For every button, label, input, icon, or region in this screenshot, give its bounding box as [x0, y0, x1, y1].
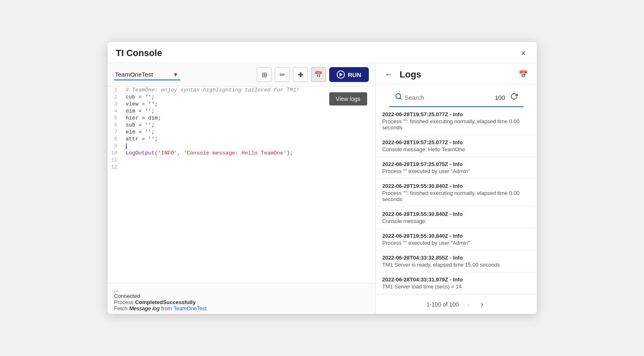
left-panel: TeamOneTest ▼ ⊞ ✏ ✚ 📅	[108, 63, 376, 314]
code-line-10: 10 LogOutput('INFO', 'Console message: H…	[108, 150, 375, 157]
status-fetch-process-link[interactable]: TeamOneTest	[174, 305, 207, 312]
svg-line-1	[400, 98, 401, 99]
line-number: 2	[108, 94, 123, 101]
code-editor[interactable]: View logs 1 # TeamOne: enjoy syntax high…	[108, 87, 375, 283]
pagination-text: 1-100 of 100	[427, 301, 459, 308]
search-container: 100	[376, 84, 537, 107]
code-line-4: 4 dim = '';	[108, 108, 375, 115]
play-triangle-icon	[340, 73, 343, 77]
line-number: 4	[108, 108, 123, 115]
run-button[interactable]: RUN	[329, 67, 369, 82]
log-timestamp: 2022-06-28T19:57:25.077Z - Info	[382, 139, 530, 145]
log-timestamp: 2022-06-28T04:33:32.855Z - Info	[382, 255, 530, 261]
status-ellipsis: ...	[114, 287, 369, 293]
process-select[interactable]: TeamOneTest	[114, 69, 180, 80]
status-fetch-row: Fetch Message log from TeamOneTest	[114, 305, 369, 312]
search-count: 100	[495, 94, 505, 101]
line-content: sub = '';	[123, 122, 375, 129]
status-process-value: CompletedSuccessfully	[135, 299, 196, 305]
log-entry: 2022-06-28T04:33:31.979Z - Info TM1 Serv…	[376, 272, 537, 294]
calendar-icon: 📅	[314, 71, 323, 79]
line-content: hier = dim;	[123, 115, 375, 122]
log-message: Process "": finished executing normally,…	[382, 190, 530, 202]
code-line-6: 6 sub = '';	[108, 122, 375, 129]
log-timestamp: 2022-06-28T19:55:30.840Z - Info	[382, 183, 530, 189]
log-timestamp: 2022-06-28T19:55:30.840Z - Info	[382, 211, 530, 217]
log-entry: 2022-06-28T19:55:30.840Z - Info Console …	[376, 207, 537, 229]
line-number: 11	[108, 157, 123, 164]
line-content: dim = '';	[123, 108, 375, 115]
edit-button[interactable]: ✏	[275, 67, 290, 82]
status-process-label: Process	[114, 299, 134, 305]
log-entry: 2022-06-28T19:57:25.075Z - Info Process …	[376, 157, 537, 179]
log-timestamp: 2022-06-28T04:33:31.979Z - Info	[382, 276, 530, 283]
line-number: 8	[108, 136, 123, 143]
line-number: 3	[108, 101, 123, 108]
ti-console-window: TI Console × TeamOneTest ▼ ⊞ ✏ ✚	[108, 42, 537, 314]
line-content: elm = '';	[123, 129, 375, 136]
logs-title: Logs	[400, 69, 512, 80]
window-title: TI Console	[116, 48, 162, 59]
log-entry: 2022-06-28T19:55:30.840Z - Info Process …	[376, 179, 537, 207]
code-line-7: 7 elm = '';	[108, 129, 375, 136]
code-line-11: 11	[108, 157, 375, 164]
log-message: TM1 Server load time (secs) = 14	[382, 283, 530, 290]
code-line-9: 9	[108, 143, 375, 150]
refresh-button[interactable]	[510, 93, 518, 102]
pagination-next-button[interactable]: ›	[478, 299, 486, 310]
add-button[interactable]: ✚	[293, 67, 308, 82]
log-message: TM1 Server is ready, elapsed time 15.00 …	[382, 262, 530, 268]
status-fetch-from: from	[161, 305, 172, 312]
line-number: 1	[108, 87, 123, 94]
log-message: Process "" executed by user "Admin"	[382, 168, 530, 174]
line-number: 6	[108, 122, 123, 129]
status-fetch-label: Fetch	[114, 305, 128, 312]
line-content: LogOutput('INFO', 'Console message: Hell…	[123, 150, 375, 157]
line-content	[123, 157, 375, 164]
line-number: 9	[108, 143, 123, 150]
log-message: Console message: Hello TeamOne	[382, 146, 530, 152]
log-list: 2022-06-28T19:57:25.077Z - Info Process …	[376, 107, 537, 294]
log-entry: 2022-06-28T19:55:30.840Z - Info Process …	[376, 229, 537, 251]
new-file-icon: ⊞	[262, 71, 267, 79]
log-timestamp: 2022-06-28T19:57:25.075Z - Info	[382, 161, 530, 167]
code-line-8: 8 attr = '';	[108, 136, 375, 143]
line-content: attr = '';	[123, 136, 375, 143]
main-content: TeamOneTest ▼ ⊞ ✏ ✚ 📅	[108, 63, 537, 314]
pencil-icon: ✏	[280, 71, 285, 79]
editor-toolbar: TeamOneTest ▼ ⊞ ✏ ✚ 📅	[108, 63, 375, 87]
code-line-12: 12	[108, 164, 375, 171]
view-logs-button[interactable]: View logs	[329, 92, 367, 105]
log-entry: 2022-06-28T19:57:25.077Z - Info Process …	[376, 107, 537, 135]
log-entry: 2022-06-28T04:33:32.855Z - Info TM1 Serv…	[376, 251, 537, 272]
status-connected-label: Connected	[114, 293, 369, 299]
search-input[interactable]	[405, 94, 493, 101]
status-process-row: Process CompletedSuccessfully	[114, 299, 369, 305]
code-line-5: 5 hier = dim;	[108, 115, 375, 122]
log-entry: 2022-06-28T19:57:25.077Z - Info Console …	[376, 135, 537, 157]
log-timestamp: 2022-06-28T19:57:25.077Z - Info	[382, 111, 530, 117]
log-timestamp: 2022-06-28T19:55:30.840Z - Info	[382, 233, 530, 239]
status-fetch-italic: Message log	[129, 305, 160, 312]
search-icon	[395, 93, 402, 102]
search-bar: 100	[389, 89, 524, 107]
logs-calendar-button[interactable]: 📅	[516, 69, 530, 80]
status-bar: ... Connected Process CompletedSuccessfu…	[108, 283, 375, 314]
line-content	[123, 164, 375, 171]
pagination-prev-button[interactable]: ‹	[465, 299, 472, 310]
line-number: 5	[108, 115, 123, 122]
logs-header: ← Logs 📅	[376, 63, 537, 84]
log-message: Console message:	[382, 218, 530, 224]
new-file-button[interactable]: ⊞	[257, 67, 271, 82]
close-button[interactable]: ×	[519, 48, 528, 58]
process-select-wrapper: TeamOneTest ▼	[114, 69, 180, 80]
plus-icon: ✚	[298, 71, 303, 79]
log-message: Process "" executed by user "Admin"	[382, 240, 530, 246]
logs-calendar-icon: 📅	[519, 70, 528, 79]
back-button[interactable]: ←	[382, 69, 396, 80]
line-content	[123, 143, 375, 150]
line-number: 7	[108, 129, 123, 136]
schedule-button[interactable]: 📅	[311, 67, 326, 82]
line-number: 10	[108, 150, 123, 157]
log-message: Process "": finished executing normally,…	[382, 118, 530, 131]
